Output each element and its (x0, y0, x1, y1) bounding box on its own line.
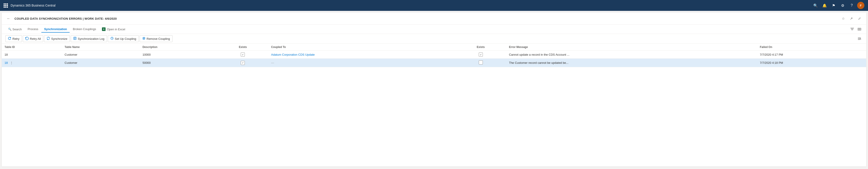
cell-table-id: 18 (2, 51, 62, 59)
filter-icon[interactable] (849, 26, 855, 32)
table-name-value: Customer (65, 61, 77, 64)
excel-icon: X (102, 27, 105, 31)
cell-table-name: Customer (62, 51, 140, 59)
open-in-new-window-icon[interactable]: ↗ (848, 16, 855, 22)
col-header-failed-on[interactable]: Failed On (757, 44, 866, 51)
page-header-actions: ☆ ↗ ⤢ (840, 16, 863, 22)
cell-coupled-exists (455, 51, 506, 59)
set-up-coupling-button-label: Set Up Coupling (115, 37, 136, 40)
tab-process[interactable]: Process (25, 26, 41, 33)
exists-checkbox (241, 61, 245, 65)
search-tab-icon: 🔍 (8, 28, 11, 31)
cell-description: 10000 (140, 51, 217, 59)
table-row: 18 ⋮ Customer 50000 — (2, 59, 866, 67)
error-message-text: Cannot update a record in the CDS Accoun… (509, 53, 569, 56)
tab-search[interactable]: 🔍 Search (5, 26, 24, 32)
cell-failed-on: 7/7/2020 4:18 PM (757, 59, 866, 67)
page-title: COUPLED DATA SYNCHRONIZATION ERRORS | WO… (14, 17, 117, 20)
failed-on-value: 7/7/2020 4:18 PM (760, 61, 783, 64)
col-header-coupled-to[interactable]: Coupled To (268, 44, 455, 51)
tab-search-label: Search (12, 28, 22, 31)
coupled-exists-checkbox (479, 53, 483, 57)
search-icon[interactable]: 🔍 (812, 2, 819, 9)
tab-synchronization-label: Synchronization (44, 27, 67, 31)
set-up-coupling-button[interactable]: Set Up Coupling (108, 35, 139, 42)
failed-on-value: 7/7/2020 4:17 PM (760, 53, 783, 56)
tab-open-in-excel[interactable]: X Open in Excel (99, 26, 128, 32)
retry-button-label: Retry (12, 37, 20, 40)
cell-coupled-to: Adatum Corporation CDS Update (268, 51, 455, 59)
page-container: ← COUPLED DATA SYNCHRONIZATION ERRORS | … (2, 13, 866, 167)
table-name-value: Customer (65, 53, 77, 56)
top-bar-icons: 🔍 🔔 ⚑ ⚙ ? F (812, 2, 864, 9)
sync-log-button[interactable]: Synchronization Log (71, 35, 107, 42)
description-value: 10000 (143, 53, 151, 56)
description-value: 50000 (143, 61, 151, 64)
cell-failed-on: 7/7/2020 4:17 PM (757, 51, 866, 59)
data-table: Table ID Table Name Description Exists C… (2, 44, 866, 67)
col-header-table-id[interactable]: Table ID (2, 44, 62, 51)
exists-checkbox (241, 53, 245, 57)
retry-all-button[interactable]: Retry All (23, 35, 43, 42)
synchronize-icon (46, 37, 50, 41)
svg-rect-0 (858, 28, 859, 30)
help-question-icon[interactable]: ? (848, 2, 855, 9)
menu-toolbar: 🔍 Search Process Synchronization Broken … (2, 25, 866, 34)
fullscreen-icon[interactable]: ⤢ (856, 16, 863, 22)
notification-bell-icon[interactable]: 🔔 (821, 2, 828, 9)
cell-coupled-exists (455, 59, 506, 67)
col-header-table-name[interactable]: Table Name (62, 44, 140, 51)
col-header-exists[interactable]: Exists (217, 44, 268, 51)
app-logo: Dynamics 365 Business Central (11, 4, 55, 7)
svg-rect-1 (859, 28, 860, 30)
coupled-exists-checkbox-unchecked (479, 60, 483, 64)
tab-synchronization[interactable]: Synchronization (41, 26, 70, 33)
row-context-menu-icon[interactable]: ⋮ (9, 61, 14, 65)
cell-error-message: The Customer record cannot be updated be… (506, 59, 757, 67)
waffle-icon[interactable] (4, 3, 8, 8)
coupled-to-empty: — (271, 61, 274, 64)
cell-coupled-to: — (268, 59, 455, 67)
bookmark-icon[interactable]: ☆ (840, 16, 846, 22)
tab-open-in-excel-label: Open in Excel (107, 28, 125, 31)
sync-log-icon (73, 37, 76, 41)
row-id-container: 18 ⋮ (4, 61, 59, 65)
app-name: Dynamics 365 Business Central (11, 4, 55, 7)
error-message-text: The Customer record cannot be updated be… (509, 61, 568, 64)
action-bar-right (856, 35, 863, 42)
flag-icon[interactable]: ⚑ (830, 2, 837, 9)
cell-table-name: Customer (62, 59, 140, 67)
tab-process-label: Process (28, 27, 38, 31)
col-header-coupled-exists[interactable]: Exists (455, 44, 506, 51)
table-row: 18 Customer 10000 Adatum Corporation CDS… (2, 51, 866, 59)
back-button[interactable]: ← (5, 16, 12, 22)
cell-exists (217, 51, 268, 59)
tab-broken-couplings[interactable]: Broken Couplings (70, 26, 99, 33)
action-bar: Retry Retry All Synchronize (2, 34, 866, 44)
retry-button[interactable]: Retry (5, 35, 22, 42)
cell-error-message: Cannot update a record in the CDS Accoun… (506, 51, 757, 59)
settings-gear-icon[interactable]: ⚙ (839, 2, 846, 9)
top-navigation-bar: Dynamics 365 Business Central 🔍 🔔 ⚑ ⚙ ? … (0, 0, 868, 11)
cell-exists (217, 59, 268, 67)
page-header: ← COUPLED DATA SYNCHRONIZATION ERRORS | … (2, 13, 866, 25)
coupled-to-link[interactable]: Adatum Corporation CDS Update (271, 53, 315, 56)
user-avatar[interactable]: F (857, 2, 864, 9)
sync-log-button-label: Synchronization Log (78, 37, 104, 40)
remove-coupling-button[interactable]: Remove Coupling (140, 35, 173, 42)
col-header-description[interactable]: Description (140, 44, 217, 51)
remove-coupling-icon (142, 37, 146, 41)
retry-all-button-label: Retry All (30, 37, 41, 40)
table-id-link[interactable]: 18 (4, 61, 8, 64)
svg-rect-2 (860, 28, 861, 30)
tab-broken-couplings-label: Broken Couplings (73, 27, 96, 31)
column-chooser-icon[interactable] (856, 26, 863, 32)
synchronize-button[interactable]: Synchronize (44, 35, 70, 42)
data-table-container: Table ID Table Name Description Exists C… (2, 44, 866, 67)
synchronize-button-label: Synchronize (51, 37, 67, 40)
toolbar-right-icons (849, 26, 863, 32)
more-options-icon[interactable] (856, 35, 863, 42)
table-id-value: 18 (4, 53, 8, 56)
retry-icon (8, 37, 11, 41)
col-header-error-message[interactable]: Error Message (506, 44, 757, 51)
